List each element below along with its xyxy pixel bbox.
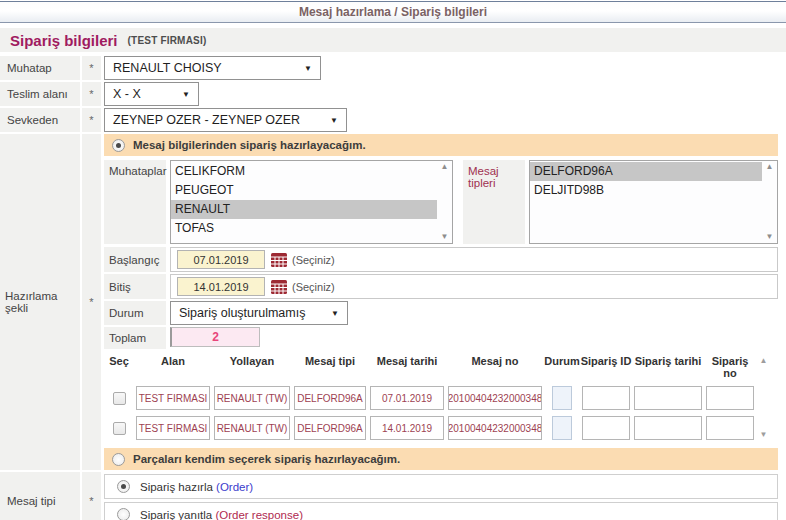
- company-name: (TEST FIRMASI): [128, 35, 207, 46]
- muhataplar-option[interactable]: PEUGEOT: [171, 181, 437, 200]
- cell-siparis-no: [706, 416, 754, 440]
- option-order[interactable]: Sipariş hazırla (Order): [104, 474, 778, 499]
- breadcrumb-bar: Mesaj hazırlama / Sipariş bilgileri: [0, 1, 786, 23]
- col-header-mesaj-no: Mesaj no: [446, 352, 544, 383]
- toplam-value-field: [170, 327, 260, 347]
- row-muhatap: Muhatap * RENAULT CHOISY ▼: [0, 56, 786, 80]
- muhatap-select[interactable]: RENAULT CHOISY ▼: [104, 56, 321, 80]
- muhataplar-listbox[interactable]: CELIKFORM PEUGEOT RENAULT TOFAS ▲ ▼: [170, 160, 453, 244]
- cell-mesaj-tarihi: 07.01.2019: [370, 386, 444, 410]
- cell-alan: TEST FIRMASI: [136, 386, 210, 410]
- cell-mesaj-tarihi: 14.01.2019: [370, 416, 444, 440]
- hazirlama-sekli-required-mark: *: [82, 134, 101, 470]
- row-mesaj-tipi: Mesaj tipi * Sipariş hazırla (Order) Sip…: [0, 472, 786, 520]
- radio-pick-parts[interactable]: [112, 453, 125, 466]
- chevron-down-icon: ▼: [172, 90, 190, 99]
- row-bitis: Bitiş (Seçiniz): [104, 274, 778, 299]
- row-hazirlama-sekli: Hazırlama şekli * Mesaj bilgilerinden si…: [0, 134, 786, 470]
- calendar-icon[interactable]: [271, 253, 287, 267]
- scroll-down-icon[interactable]: ▼: [760, 430, 768, 439]
- table-scrollbar[interactable]: ▲ ▼: [756, 352, 771, 443]
- col-header-siparis-id: Sipariş ID: [580, 352, 632, 383]
- scroll-down-icon[interactable]: ▼: [766, 233, 774, 241]
- cell-durum: [552, 416, 572, 440]
- teslim-alani-required-mark: *: [82, 82, 101, 106]
- bitis-label: Bitiş: [104, 274, 166, 299]
- bitis-date-input[interactable]: [177, 277, 265, 296]
- mesaj-tipleri-listbox[interactable]: DELFORD96A DELJITD98B ▲ ▼: [529, 160, 778, 244]
- muhatap-label: Muhatap: [0, 56, 80, 80]
- mesaj-tipleri-scrollbar[interactable]: ▲ ▼: [762, 161, 777, 243]
- messages-table: Seç Alan Yollayan Mesaj tipi Mesaj tarih…: [104, 352, 778, 443]
- page-title: Sipariş bilgileri: [10, 32, 118, 49]
- row-select-checkbox[interactable]: [113, 392, 126, 405]
- muhataplar-option[interactable]: CELIKFORM: [171, 162, 437, 181]
- sevkeden-label: Sevkeden: [0, 108, 80, 132]
- order-response-label: Sipariş yanıtla: [140, 509, 212, 520]
- order-preparation-page: Mesaj hazırlama / Sipariş bilgileri Sipa…: [0, 1, 786, 520]
- table-row: TEST FIRMASI RENAULT (TW) DELFORD96A 14.…: [104, 413, 756, 443]
- mesaj-tipleri-label: Mesaj tipleri: [463, 160, 525, 244]
- col-header-sec: Seç: [104, 352, 134, 383]
- option-pick-parts[interactable]: Parçaları kendim seçerek sipariş hazırla…: [104, 448, 778, 470]
- cell-yollayan: RENAULT (TW): [214, 386, 290, 410]
- col-header-siparis-tarihi: Sipariş tarihi: [632, 352, 704, 383]
- row-select-checkbox[interactable]: [113, 422, 126, 435]
- col-header-durum: Durum: [544, 352, 580, 383]
- baslangic-date-input[interactable]: [177, 250, 265, 269]
- mesaj-tipleri-option[interactable]: DELJITD98B: [530, 181, 762, 200]
- breadcrumb: Mesaj hazırlama / Sipariş bilgileri: [299, 5, 487, 19]
- order-label: Sipariş hazırla: [140, 481, 213, 493]
- hazirlama-sekli-label: Hazırlama şekli: [0, 134, 80, 470]
- baslangic-label: Başlangıç: [104, 247, 166, 272]
- row-teslim-alani: Teslim alanı * X - X ▼: [0, 82, 786, 106]
- scroll-down-icon[interactable]: ▼: [441, 233, 449, 241]
- chevron-down-icon: ▼: [294, 64, 312, 73]
- option-prepare-from-messages[interactable]: Mesaj bilgilerinden sipariş hazırlayacağ…: [104, 134, 778, 156]
- mesaj-tipleri-option-selected[interactable]: DELFORD96A: [530, 162, 762, 181]
- row-sevkeden: Sevkeden * ZEYNEP OZER - ZEYNEP OZER ▼: [0, 108, 786, 132]
- radio-order[interactable]: [117, 480, 130, 493]
- cell-siparis-tarihi: [634, 416, 702, 440]
- table-row: TEST FIRMASI RENAULT (TW) DELFORD96A 07.…: [104, 383, 756, 413]
- sevkeden-required-mark: *: [82, 108, 101, 132]
- radio-order-response[interactable]: [117, 508, 130, 520]
- teslim-alani-select[interactable]: X - X ▼: [104, 82, 199, 106]
- muhataplar-label: Muhataplar: [104, 160, 166, 244]
- row-baslangic: Başlangıç (Seçiniz): [104, 247, 778, 272]
- muhataplar-option[interactable]: TOFAS: [171, 219, 437, 238]
- cell-siparis-id: [582, 386, 630, 410]
- durum-label: Durum: [104, 301, 166, 325]
- col-header-mesaj-tipi: Mesaj tipi: [292, 352, 368, 383]
- cell-mesaj-no: 20100404232000348: [448, 386, 542, 410]
- chevron-down-icon: ▼: [320, 116, 338, 125]
- muhataplar-scrollbar[interactable]: ▲ ▼: [437, 161, 452, 243]
- col-header-yollayan: Yollayan: [212, 352, 292, 383]
- listboxes-row: Muhataplar CELIKFORM PEUGEOT RENAULT TOF…: [104, 160, 778, 244]
- cell-siparis-no: [706, 386, 754, 410]
- scroll-up-icon[interactable]: ▲: [441, 163, 449, 171]
- muhatap-required-mark: *: [82, 56, 101, 80]
- option-order-response[interactable]: Sipariş yanıtla (Order response): [104, 502, 778, 520]
- teslim-alani-label: Teslim alanı: [0, 82, 80, 106]
- sevkeden-select[interactable]: ZEYNEP OZER - ZEYNEP OZER ▼: [104, 108, 347, 132]
- cell-siparis-id: [582, 416, 630, 440]
- bitis-hint: (Seçiniz): [292, 281, 335, 293]
- toplam-label: Toplam: [104, 327, 166, 349]
- col-header-mesaj-tarihi: Mesaj tarihi: [368, 352, 446, 383]
- cell-yollayan: RENAULT (TW): [214, 416, 290, 440]
- scroll-up-icon[interactable]: ▲: [766, 163, 774, 171]
- cell-mesaj-tipi: DELFORD96A: [294, 386, 366, 410]
- calendar-icon[interactable]: [271, 280, 287, 294]
- scroll-up-icon[interactable]: ▲: [760, 356, 768, 365]
- radio-prepare-from-messages[interactable]: [112, 139, 125, 152]
- cell-siparis-tarihi: [634, 386, 702, 410]
- cell-durum: [552, 386, 572, 410]
- muhataplar-option-selected[interactable]: RENAULT: [171, 200, 437, 219]
- table-header-row: Seç Alan Yollayan Mesaj tipi Mesaj tarih…: [104, 352, 756, 383]
- col-header-siparis-no: Sipariş no: [704, 352, 756, 383]
- cell-mesaj-tipi: DELFORD96A: [294, 416, 366, 440]
- mesaj-tipi-label: Mesaj tipi: [0, 472, 80, 520]
- row-durum: Durum Sipariş oluşturulmamış ▼: [104, 301, 778, 325]
- durum-select[interactable]: Sipariş oluşturulmamış ▼: [170, 301, 348, 325]
